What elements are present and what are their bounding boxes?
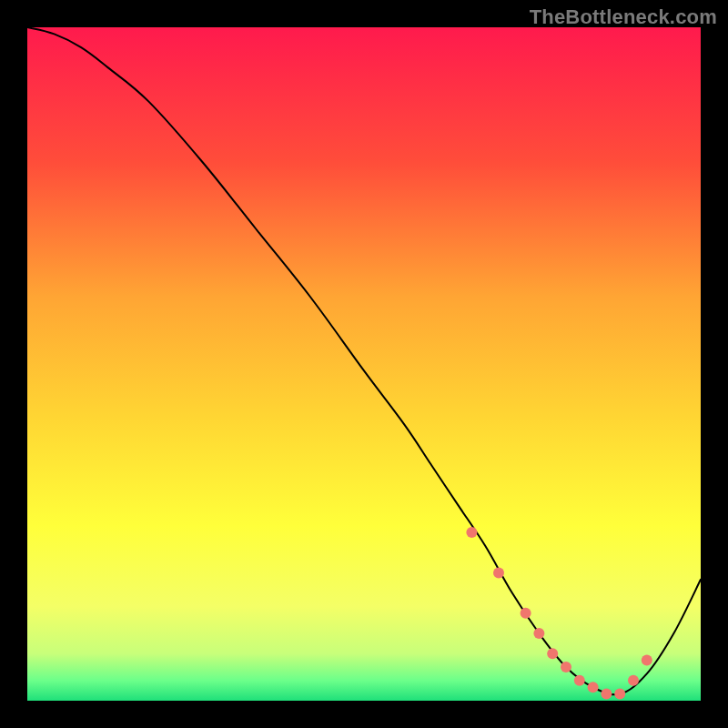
chart-stage: TheBottleneck.com <box>0 0 728 728</box>
highlight-dot <box>533 628 544 639</box>
highlight-dot <box>561 662 571 672</box>
watermark-label: TheBottleneck.com <box>530 5 717 29</box>
highlight-dot <box>521 608 531 619</box>
gradient-background <box>27 27 701 701</box>
highlight-dot <box>614 689 625 700</box>
highlight-dot <box>642 655 652 666</box>
plot-frame <box>27 27 701 701</box>
chart-svg <box>27 27 701 701</box>
highlight-dot <box>628 675 639 686</box>
highlight-dot <box>547 648 558 659</box>
highlight-dot <box>601 689 612 700</box>
highlight-dot <box>493 567 504 578</box>
highlight-dot <box>588 682 599 693</box>
highlight-dot <box>574 675 585 686</box>
highlight-dot <box>466 527 477 538</box>
